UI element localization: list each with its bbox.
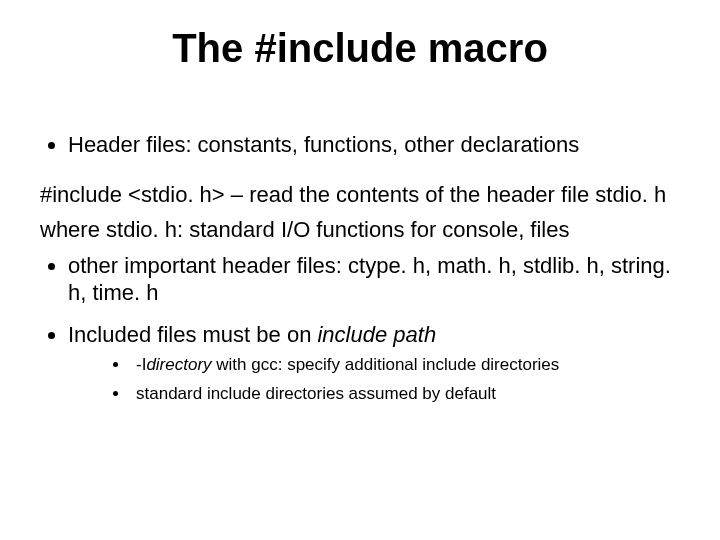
bullet-list-1: Header files: constants, functions, othe… bbox=[40, 131, 680, 159]
paragraph-where-stdio: where stdio. h: standard I/O functions f… bbox=[40, 216, 680, 244]
sub-bullet-gcc-italic: directory bbox=[146, 355, 211, 374]
bullet-header-files: Header files: constants, functions, othe… bbox=[68, 131, 680, 159]
slide-title: The #include macro bbox=[40, 26, 680, 71]
bullet-include-path: Included files must be on include path -… bbox=[68, 321, 680, 405]
sub-bullet-default-dirs: standard include directories assumed by … bbox=[130, 383, 680, 404]
paragraph-include-stdio: #include <stdio. h> – read the contents … bbox=[40, 181, 680, 209]
slide-body: Header files: constants, functions, othe… bbox=[40, 131, 680, 405]
bullet-include-path-prefix: Included files must be on bbox=[68, 322, 317, 347]
sub-bullet-gcc-suffix: with gcc: specify additional include dir… bbox=[212, 355, 560, 374]
bullet-list-2: other important header files: ctype. h, … bbox=[40, 252, 680, 405]
bullet-include-path-italic: include path bbox=[317, 322, 436, 347]
sub-bullet-gcc-prefix: -I bbox=[136, 355, 146, 374]
sub-bullet-gcc-flag: -Idirectory with gcc: specify additional… bbox=[130, 354, 680, 375]
bullet-other-headers: other important header files: ctype. h, … bbox=[68, 252, 680, 307]
sub-bullet-list: -Idirectory with gcc: specify additional… bbox=[68, 354, 680, 405]
slide: The #include macro Header files: constan… bbox=[0, 0, 720, 540]
